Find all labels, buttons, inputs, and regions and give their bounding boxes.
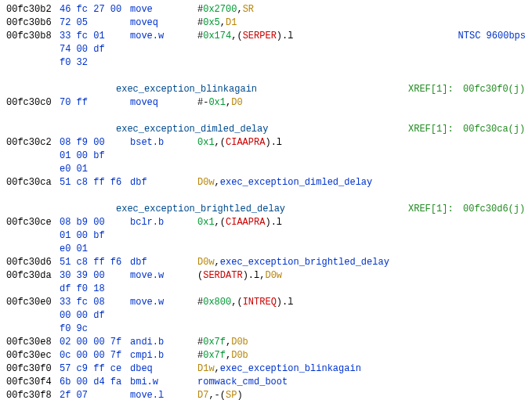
xref-label	[408, 150, 463, 163]
xref-label	[408, 176, 463, 189]
operand-symbol[interactable]: romwack_cmd_boot	[197, 377, 288, 387]
address	[6, 110, 60, 123]
operands: 0x1,(CIAAPRA).l	[197, 217, 282, 228]
address: 00fc30c0	[6, 96, 60, 110]
listing-row: 00fc30ec0c 00 00 7fcmpi.b#0x7f,D0b	[6, 349, 526, 362]
xref-target[interactable]: 00fc30f0(j)	[463, 83, 526, 96]
address: 00fc30f8	[6, 389, 60, 400]
xref-target	[463, 349, 526, 362]
operand-register: D0w	[197, 257, 215, 268]
xref-label: XREF[1]:	[408, 203, 463, 216]
operand-register: SR	[243, 4, 254, 15]
xref-label	[408, 283, 463, 296]
operands: #0x800,(INTREQ).l	[197, 297, 293, 308]
operand-symbol[interactable]: exec_exception_blinkagain	[220, 363, 361, 374]
xref-label	[408, 70, 463, 83]
operand-punct: ,	[215, 177, 220, 188]
operand-register: D0	[231, 97, 242, 108]
xref-target	[463, 189, 526, 203]
mnemonic: bmi.w	[130, 376, 197, 389]
operand-symbol[interactable]: SERPER	[243, 31, 277, 41]
mnemonic: cmpi.b	[130, 349, 197, 362]
xref-target	[463, 323, 526, 336]
listing-row: 00fc30da30 39 00move.w(SERDATR).l,D0w	[6, 269, 526, 283]
content: cmpi.b#0x7f,D0b	[130, 349, 408, 362]
xref-target	[463, 389, 526, 400]
xref-label	[408, 296, 463, 309]
address	[6, 203, 60, 216]
content: dbeqD1w,exec_exception_blinkagain	[130, 362, 408, 376]
bytes: 01 00 bf	[60, 229, 130, 243]
address	[6, 243, 60, 256]
address: 00fc30f0	[6, 362, 60, 376]
xref-target	[463, 296, 526, 309]
xref-target	[463, 309, 526, 323]
content: exec_exception_blinkagain	[130, 83, 408, 96]
address: 00fc30e0	[6, 296, 60, 309]
address	[6, 163, 60, 176]
listing-row: 01 00 bf	[6, 150, 526, 163]
operand-punct: ,	[215, 363, 220, 374]
xref-target	[463, 70, 526, 83]
xref-target[interactable]: 00fc30d6(j)	[463, 203, 526, 216]
address: 00fc30e8	[6, 336, 60, 349]
xref-label	[408, 163, 463, 176]
code-label[interactable]: exec_exception_dimled_delay	[116, 123, 268, 136]
code-label[interactable]: exec_exception_brightled_delay	[116, 203, 285, 216]
operand-symbol[interactable]: SERDATR	[203, 270, 242, 281]
listing-row	[6, 70, 526, 83]
xref-target	[463, 362, 526, 376]
listing-row: df f0 18	[6, 283, 526, 296]
listing-row: 00fc30d651 c8 ff f6dbfD0w,exec_exception…	[6, 256, 526, 269]
content	[130, 43, 408, 56]
xref-target	[463, 43, 526, 56]
operand-symbol[interactable]: exec_exception_brightled_delay	[220, 257, 389, 268]
mnemonic: move.w	[130, 30, 197, 43]
operand-symbol[interactable]: CIAAPRA	[226, 217, 265, 228]
content	[130, 163, 408, 176]
operand-immediate: 0x174	[203, 31, 231, 41]
operand-immediate: 0x1	[197, 137, 215, 148]
xref-label	[408, 96, 463, 110]
operand-immediate: 0x2700	[203, 4, 237, 15]
operands: #0x174,(SERPER).l	[197, 31, 293, 41]
bytes: 46 fc 27 00	[60, 3, 130, 16]
xref-target	[463, 376, 526, 389]
xref-label	[408, 336, 463, 349]
listing-row	[6, 110, 526, 123]
xref-target	[463, 163, 526, 176]
label-row: exec_exception_blinkagainXREF[1]:00fc30f…	[6, 83, 526, 96]
bytes: f0 32	[60, 56, 130, 70]
xref-target[interactable]: 00fc30ca(j)	[463, 123, 526, 136]
listing-row: 00fc30c070 ffmoveq#-0x1,D0	[6, 96, 526, 110]
xref-target	[463, 256, 526, 269]
mnemonic: dbf	[130, 176, 197, 189]
operand-symbol[interactable]: INTREQ	[243, 297, 277, 308]
xref-target	[463, 56, 526, 70]
bytes: 01 00 bf	[60, 150, 130, 163]
operand-symbol[interactable]: exec_exception_dimled_delay	[220, 177, 372, 188]
listing-row: 01 00 bf	[6, 229, 526, 243]
content: bmi.wromwack_cmd_boot	[130, 376, 408, 389]
operand-symbol[interactable]: CIAAPRA	[226, 137, 265, 148]
operand-punct: ,(	[215, 137, 226, 148]
address	[6, 56, 60, 70]
xref-target	[463, 150, 526, 163]
content: exec_exception_brightled_delay	[130, 203, 408, 216]
bytes: 51 c8 ff f6	[60, 256, 130, 269]
content: dbfD0w,exec_exception_dimled_delay	[130, 176, 408, 189]
operands: #-0x1,D0	[197, 97, 243, 108]
operand-immediate: 0x1	[197, 217, 215, 228]
code-label[interactable]: exec_exception_blinkagain	[116, 83, 257, 96]
content: move.lD7,-(SP)	[130, 389, 408, 400]
content	[130, 229, 408, 243]
listing-row: 00fc30b833 fc 01move.w#0x174,(SERPER).lN…	[6, 30, 526, 43]
xref-label	[408, 376, 463, 389]
operands: D0w,exec_exception_dimled_delay	[197, 177, 372, 188]
operands: D7,-(SP)	[197, 390, 243, 400]
listing-row: 00fc30c208 f9 00bset.b0x1,(CIAAPRA).l	[6, 136, 526, 150]
operand-punct: ).l,	[243, 270, 266, 281]
xref-label	[408, 256, 463, 269]
content: moveq#-0x1,D0	[130, 96, 408, 110]
address: 00fc30da	[6, 269, 60, 283]
